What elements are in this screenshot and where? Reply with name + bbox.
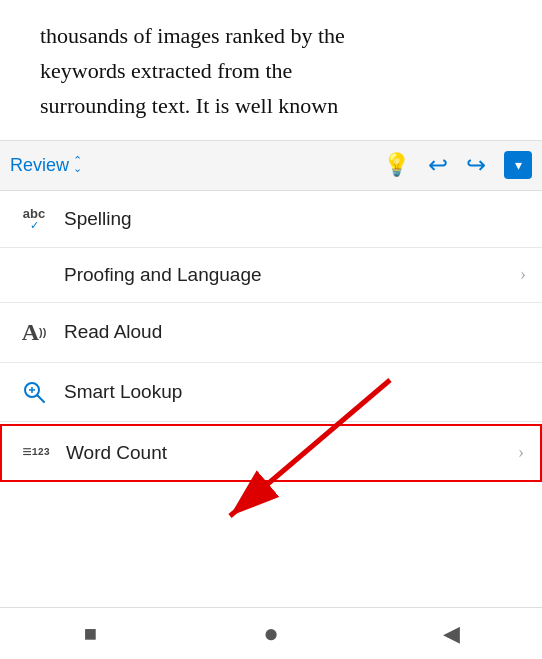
menu-item-word-count[interactable]: ≡123 Word Count › bbox=[0, 424, 542, 482]
read-aloud-icon: A)) bbox=[16, 319, 52, 346]
smart-lookup-label: Smart Lookup bbox=[64, 381, 526, 403]
menu-list: abc ✓ Spelling Proofing and Language › A… bbox=[0, 191, 542, 482]
bulb-icon[interactable]: 💡 bbox=[383, 152, 410, 178]
undo-icon[interactable]: ↩ bbox=[428, 151, 448, 179]
smart-lookup-icon bbox=[16, 379, 52, 405]
chevron-updown-icon[interactable]: ⌃ ⌄ bbox=[73, 157, 82, 172]
dropdown-icon[interactable]: ▾ bbox=[504, 151, 532, 179]
review-label[interactable]: Review bbox=[10, 155, 69, 176]
read-aloud-label: Read Aloud bbox=[64, 321, 526, 343]
menu-item-smart-lookup[interactable]: Smart Lookup bbox=[0, 363, 542, 422]
toolbar-icons: 💡 ↩ ↪ ▾ bbox=[383, 151, 532, 179]
menu-item-read-aloud[interactable]: A)) Read Aloud bbox=[0, 303, 542, 363]
word-count-label: Word Count bbox=[66, 442, 518, 464]
menu-item-proofing[interactable]: Proofing and Language › bbox=[0, 248, 542, 303]
svg-line-1 bbox=[38, 395, 45, 402]
home-button[interactable]: ● bbox=[251, 614, 291, 654]
spelling-icon: abc ✓ bbox=[16, 207, 52, 231]
word-count-arrow-icon: › bbox=[518, 442, 524, 463]
toolbar: Review ⌃ ⌄ 💡 ↩ ↪ ▾ bbox=[0, 141, 542, 191]
document-text-area: thousands of images ranked by the keywor… bbox=[0, 0, 542, 141]
bottom-nav: ■ ● ◀ bbox=[0, 607, 542, 659]
text-line3: surrounding text. It is well known bbox=[40, 93, 338, 118]
toolbar-left: Review ⌃ ⌄ bbox=[10, 155, 130, 176]
spelling-label: Spelling bbox=[64, 208, 526, 230]
text-line2: keywords extracted from the bbox=[40, 58, 292, 83]
back-button[interactable]: ◀ bbox=[432, 614, 472, 654]
proofing-label: Proofing and Language bbox=[64, 264, 520, 286]
text-line1: thousands of images ranked by the bbox=[40, 23, 345, 48]
proofing-arrow-icon: › bbox=[520, 264, 526, 285]
redo-icon[interactable]: ↪ bbox=[466, 151, 486, 179]
word-count-icon: ≡123 bbox=[18, 444, 54, 462]
menu-item-spelling[interactable]: abc ✓ Spelling bbox=[0, 191, 542, 248]
stop-button[interactable]: ■ bbox=[70, 614, 110, 654]
